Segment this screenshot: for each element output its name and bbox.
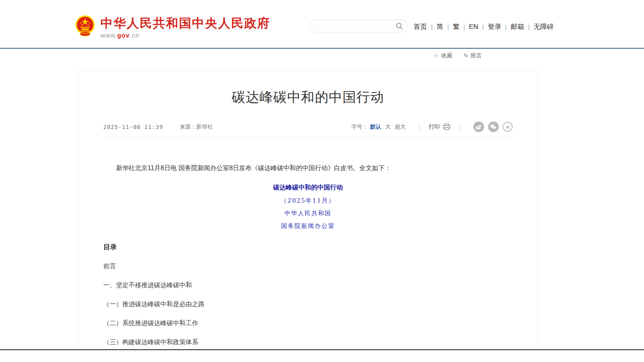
favorite-button[interactable]: ☆ 收藏 — [433, 52, 452, 59]
weibo-icon[interactable] — [473, 121, 484, 132]
nav-home[interactable]: 首页 — [414, 22, 427, 31]
printer-icon — [443, 123, 450, 130]
site-url-prefix: www. — [101, 32, 117, 39]
fontsize-xlarge-button[interactable]: 超大 — [395, 123, 406, 131]
meta-separator: | — [459, 123, 461, 130]
meta-right: 字号： 默认 大 超大 | 打印 | — [351, 121, 513, 132]
page: 中华人民共和国中央人民政府 www.gov.cn 首页 | 简 | 繁 | EN… — [0, 0, 644, 349]
nav-separator: | — [447, 23, 449, 30]
nav-login[interactable]: 登录 — [488, 22, 501, 31]
action-links: ☆ 收藏 ✎ 留言 — [433, 52, 493, 59]
nav-separator: | — [464, 23, 465, 30]
publish-date: 2025-11-08 11:39 — [103, 124, 163, 130]
star-icon: ☆ — [433, 52, 439, 59]
nav-accessibility[interactable]: 无障碍 — [534, 22, 554, 31]
meta-separator: | — [418, 123, 420, 130]
doc-org-line1: 中华人民共和国 — [103, 210, 513, 217]
doc-title: 碳达峰碳中和的中国行动 — [103, 184, 513, 192]
search-icon[interactable] — [395, 22, 403, 30]
site-url-suffix: .cn — [130, 32, 139, 39]
search-box — [310, 19, 408, 32]
nav-simplified[interactable]: 简 — [437, 22, 443, 31]
article-meta-row: 2025-11-08 11:39 来源： 新华社 字号： 默认 大 超大 | 打… — [103, 121, 513, 138]
toc-item-1-1: （一）推进碳达峰碳中和是必由之路 — [103, 300, 513, 309]
source-value[interactable]: 新华社 — [196, 123, 213, 131]
nav-separator: | — [505, 23, 507, 30]
article-card: 碳达峰碳中和的中国行动 2025-11-08 11:39 来源： 新华社 字号：… — [78, 70, 538, 349]
site-brand[interactable]: 中华人民共和国中央人民政府 www.gov.cn — [75, 15, 270, 39]
wechat-icon[interactable] — [488, 121, 499, 132]
star-share-icon[interactable]: ★ — [503, 122, 513, 132]
search-input[interactable] — [310, 20, 395, 32]
nav-english[interactable]: EN — [469, 23, 479, 31]
nav-separator: | — [482, 23, 484, 30]
comment-label: 留言 — [471, 52, 482, 59]
meta-left: 2025-11-08 11:39 来源： 新华社 — [103, 123, 213, 131]
site-header: 中华人民共和国中央人民政府 www.gov.cn 首页 | 简 | 繁 | EN… — [0, 0, 644, 48]
site-title: 中华人民共和国中央人民政府 — [101, 17, 270, 30]
nav-mail[interactable]: 邮箱 — [511, 22, 524, 31]
fontsize-large-button[interactable]: 大 — [385, 123, 391, 131]
print-label: 打印 — [429, 123, 440, 131]
doc-date: （2025年11月） — [103, 197, 513, 205]
nav-separator: | — [431, 23, 433, 30]
toc-item-1-2: （二）系统推进碳达峰碳中和工作 — [103, 319, 513, 328]
pencil-icon: ✎ — [463, 52, 468, 59]
fontsize-group: 字号： 默认 大 超大 — [351, 123, 410, 131]
toc-item-1-3: （三）构建碳达峰碳中和政策体系 — [103, 338, 513, 347]
article-title: 碳达峰碳中和的中国行动 — [103, 88, 513, 106]
toc-item-1: 一、坚定不移推进碳达峰碳中和 — [103, 281, 513, 290]
site-url: www.gov.cn — [101, 32, 270, 39]
brand-text: 中华人民共和国中央人民政府 www.gov.cn — [101, 15, 270, 39]
source-label: 来源： — [180, 123, 196, 131]
fontsize-default-button[interactable]: 默认 — [370, 123, 381, 131]
lead-paragraph: 新华社北京11月8日电 国务院新闻办公室8日发布《碳达峰碳中和的中国行动》白皮书… — [103, 163, 513, 173]
nav-traditional[interactable]: 繁 — [453, 22, 460, 31]
national-emblem-icon — [75, 15, 95, 39]
bottom-divider — [0, 349, 644, 350]
favorite-label: 收藏 — [441, 52, 452, 59]
toc-item-preface: 前言 — [103, 262, 513, 271]
comment-button[interactable]: ✎ 留言 — [463, 52, 482, 59]
site-url-highlight: gov — [117, 32, 129, 39]
top-nav: 首页 | 简 | 繁 | EN | 登录 | 邮箱 | 无障碍 — [414, 22, 554, 31]
toc-heading: 目录 — [103, 243, 513, 252]
nav-separator: | — [528, 23, 530, 30]
doc-org-line2: 国务院新闻办公室 — [103, 222, 513, 230]
share-group: ★ — [469, 121, 513, 132]
print-button[interactable]: 打印 — [429, 123, 450, 131]
fontsize-label: 字号： — [351, 123, 368, 131]
header-divider — [0, 48, 644, 49]
